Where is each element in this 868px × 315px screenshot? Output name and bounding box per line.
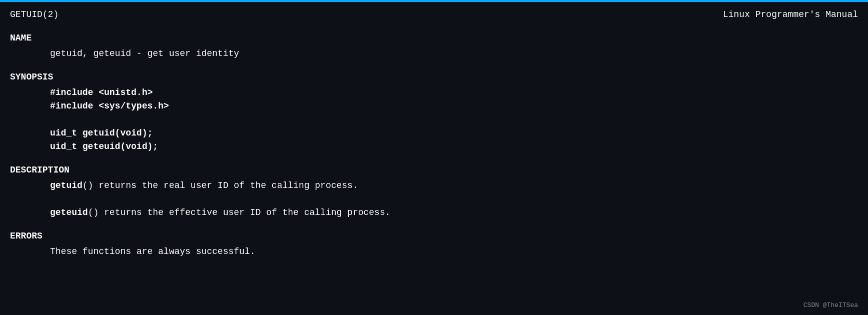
uid-getuid: uid_t getuid(void); <box>50 128 153 138</box>
manual-page: GETUID(2) Linux Programmer's Manual NAME… <box>0 2 868 274</box>
include-sys-types: #include <sys/types.h> <box>50 101 169 111</box>
section-title-synopsis: SYNOPSIS <box>10 70 858 84</box>
section-synopsis: SYNOPSIS #include <unistd.h> #include <s… <box>10 70 858 154</box>
section-title-description: DESCRIPTION <box>10 164 858 177</box>
uid-geteuid: uid_t geteuid(void); <box>50 142 158 152</box>
geteuid-desc: () returns the effective user ID of the … <box>88 208 391 218</box>
include-unistd: #include <unistd.h> <box>50 88 153 98</box>
getuid-bold: getuid <box>50 180 83 190</box>
section-content-errors: These functions are always successful. <box>10 245 858 258</box>
header-center: Linux Programmer's Manual <box>723 8 858 22</box>
header-line: GETUID(2) Linux Programmer's Manual <box>10 8 858 22</box>
section-title-name: NAME <box>10 32 858 45</box>
section-description: DESCRIPTION getuid() returns the real us… <box>10 164 858 220</box>
section-name: NAME getuid, geteuid - get user identity <box>10 32 858 60</box>
header-left: GETUID(2) <box>10 8 59 22</box>
getuid-desc: () returns the real user ID of the calli… <box>83 180 358 190</box>
section-title-errors: ERRORS <box>10 230 858 243</box>
section-errors: ERRORS These functions are always succes… <box>10 230 858 258</box>
geteuid-bold: geteuid <box>50 208 88 218</box>
section-content-synopsis: #include <unistd.h> #include <sys/types.… <box>10 86 858 154</box>
watermark: CSDN @TheITSea <box>803 300 858 310</box>
section-content-name: getuid, geteuid - get user identity <box>10 47 858 60</box>
section-content-description: getuid() returns the real user ID of the… <box>10 179 858 220</box>
